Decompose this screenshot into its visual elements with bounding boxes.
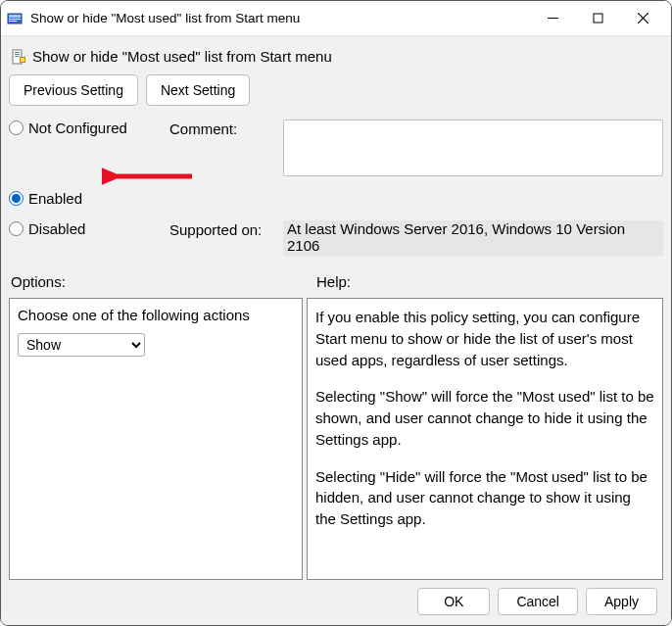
radio-not-configured-label: Not Configured	[28, 120, 127, 136]
help-heading: Help:	[303, 273, 351, 290]
help-text-p3: Selecting "Hide" will force the "Most us…	[315, 466, 654, 530]
help-panel: If you enable this policy setting, you c…	[307, 298, 663, 580]
previous-setting-button[interactable]: Previous Setting	[9, 74, 138, 106]
ok-button[interactable]: OK	[417, 588, 490, 615]
close-button[interactable]	[620, 3, 665, 34]
policy-icon	[11, 49, 26, 65]
footer: OK Cancel Apply	[9, 578, 663, 625]
radio-disabled-label: Disabled	[28, 220, 85, 237]
help-text-p2: Selecting "Show" will force the "Most us…	[315, 386, 654, 450]
radio-enabled[interactable]: Enabled	[9, 190, 166, 207]
options-prompt: Choose one of the following actions	[18, 307, 294, 323]
svg-rect-5	[594, 14, 602, 23]
svg-rect-2	[9, 19, 21, 20]
policy-title: Show or hide "Most used" list from Start…	[32, 48, 332, 65]
config-grid: Not Configured Comment: Enabled Disabled…	[9, 120, 663, 256]
radio-enabled-input[interactable]	[9, 191, 24, 206]
svg-rect-1	[9, 15, 21, 18]
content-area: Show or hide "Most used" list from Start…	[1, 36, 671, 625]
radio-enabled-label: Enabled	[28, 190, 82, 207]
help-text-p1: If you enable this policy setting, you c…	[315, 307, 654, 370]
maximize-button[interactable]	[575, 3, 620, 34]
radio-disabled[interactable]: Disabled	[9, 220, 166, 237]
window-controls	[530, 3, 665, 34]
svg-rect-9	[15, 52, 20, 53]
svg-rect-3	[9, 21, 17, 22]
minimize-button[interactable]	[530, 3, 575, 34]
svg-rect-12	[21, 57, 25, 62]
options-heading: Options:	[9, 273, 303, 290]
nav-buttons: Previous Setting Next Setting	[9, 74, 663, 120]
radio-not-configured-input[interactable]	[9, 120, 24, 135]
next-setting-button[interactable]: Next Setting	[146, 74, 250, 106]
window-title: Show or hide "Most used" list from Start…	[30, 11, 530, 25]
titlebar: Show or hide "Most used" list from Start…	[1, 1, 671, 36]
radio-disabled-input[interactable]	[9, 221, 24, 236]
panels: Choose one of the following actions Show…	[9, 298, 663, 578]
policy-header: Show or hide "Most used" list from Start…	[9, 46, 663, 74]
svg-rect-10	[15, 54, 20, 55]
supported-on-text: At least Windows Server 2016, Windows 10…	[283, 220, 663, 256]
panels-header: Options: Help:	[9, 273, 663, 290]
radio-not-configured[interactable]: Not Configured	[9, 120, 166, 136]
cancel-button[interactable]: Cancel	[498, 588, 578, 615]
comment-input[interactable]	[283, 120, 663, 176]
supported-label: Supported on:	[169, 220, 279, 238]
action-select[interactable]: Show	[18, 333, 145, 357]
app-icon	[7, 11, 23, 26]
apply-button[interactable]: Apply	[586, 588, 657, 615]
comment-label: Comment:	[169, 120, 279, 137]
svg-rect-11	[15, 56, 20, 57]
options-panel: Choose one of the following actions Show	[9, 298, 303, 580]
